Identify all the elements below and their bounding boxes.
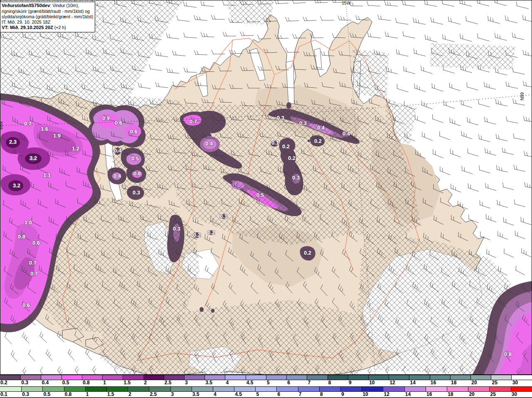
rain-scale-tick: 0.5 (43, 392, 50, 397)
sleet-scale-cell (0, 375, 20, 380)
sleet-scale-tick: 2.5 (165, 380, 172, 386)
rain-scale-cell (383, 387, 404, 391)
rain-scale-tick: 20 (469, 392, 474, 397)
sleet-scale-cell (123, 375, 143, 380)
rain-scale-cell (234, 387, 255, 391)
colorbar-sleet-snow-ticks: 0.20.30.40.50.811.522.533.544.5567891012… (0, 380, 532, 386)
rain-scale-tick: 2 (128, 392, 131, 397)
sleet-scale-tick: 0.2 (0, 380, 7, 386)
precip-value-label: 1.0 (25, 219, 32, 226)
colorbar-panel: 0.20.30.40.50.811.522.533.544.5567891012… (0, 375, 532, 398)
rain-scale-tick: 3.5 (192, 392, 200, 397)
precip-value-label: 0.3 (299, 120, 307, 126)
sleet-scale-cell (204, 375, 225, 380)
rain-scale-cell (64, 387, 85, 391)
precip-value-label: 0.4 (317, 125, 325, 131)
rain-scale-cell (340, 387, 362, 391)
rain-scale-cell (276, 387, 298, 391)
precip-value-label: 0.3 (277, 115, 284, 121)
precip-value-label: 0.7 (29, 260, 37, 266)
rain-scale-tick: 25 (490, 392, 496, 397)
sleet-scale-tick: 16 (431, 380, 436, 386)
rain-scale-tick: 9 (341, 392, 344, 397)
precip-value-label: 3.2 (13, 182, 20, 189)
sleet-scale-cell (164, 375, 184, 380)
rain-scale-cell (489, 387, 510, 391)
rain-scale-cell (213, 387, 234, 391)
sleet-scale-cell (450, 375, 470, 380)
precip-value-label: 3.2 (30, 155, 37, 161)
rain-scale-cell (0, 387, 21, 391)
rain-scale-cell (468, 387, 489, 391)
sleet-scale-cell (430, 375, 450, 380)
rain-scale-cell (511, 387, 532, 391)
rain-scale-tick: 4 (214, 392, 217, 397)
precip-value-label: 0.4 (342, 130, 350, 137)
model-name: Veðurstofan/IS750dev (2, 3, 50, 8)
sleet-scale-tick: 0.4 (42, 380, 49, 386)
sleet-scale-cell (225, 375, 245, 380)
rain-scale-tick: 12 (384, 392, 389, 397)
forecast-title-box: Veðurstofan/IS750dev: Vindur (10m), rign… (0, 2, 95, 32)
title-line-2: rigning/skúrir (grænt/blátt/rautt - mm/1… (2, 9, 93, 14)
sleet-scale-tick: 1 (103, 380, 106, 386)
sleet-scale-tick: 6 (287, 380, 290, 386)
sleet-scale-tick: 10 (369, 380, 374, 386)
meridian-15w-label: 15W (342, 0, 351, 5)
precip-value-label: 0.6 (22, 302, 30, 308)
rain-scale-cell (404, 387, 426, 391)
title-line-3: slydda/snjókoma (grátt/bleikt/grænt - mm… (2, 14, 93, 20)
precip-value-label: 0.2 (314, 138, 322, 144)
sleet-scale-cell (511, 375, 532, 380)
sleet-scale-cell (62, 375, 82, 380)
sleet-scale-cell (143, 375, 164, 380)
sleet-scale-tick: 0.3 (21, 380, 28, 386)
precip-value-label: 0.5 (256, 192, 264, 198)
precip-value-label: 0.8 (133, 170, 141, 177)
sleet-scale-cell (389, 375, 409, 380)
sleet-scale-cell (286, 375, 307, 380)
hatch-region (352, 49, 389, 98)
sleet-scale-cell (307, 375, 327, 380)
rain-scale-tick: 18 (448, 392, 453, 397)
precip-value-label: 0.4 (205, 140, 213, 147)
sleet-scale-cell (246, 375, 266, 380)
rain-scale-cell (319, 387, 340, 391)
sleet-scale-cell (41, 375, 61, 380)
precip-value-label: 0.6 (115, 120, 122, 126)
sleet-scale-tick: 18 (451, 380, 456, 386)
sleet-scale-tick: 20 (471, 380, 477, 386)
precip-value-label: 1.9 (53, 133, 61, 139)
precip-value-label: 0.7 (24, 120, 32, 127)
precip-value-label: 0.6 (32, 240, 40, 246)
weather-map-app: 15W66N66N0.71.61.92.33.21.21.13.21.00.80… (0, 0, 532, 398)
map-svg: 15W66N66N0.71.61.92.33.21.21.13.21.00.80… (0, 0, 532, 375)
sleet-scale-tick: 1.5 (123, 380, 131, 386)
precip-value-label: 0.4 (113, 173, 121, 179)
rain-scale-tick: 0.3 (22, 392, 29, 397)
latitude-66n-label-right: 66N (520, 92, 525, 100)
sleet-scale-cell (348, 375, 368, 380)
sleet-scale-tick: 14 (410, 380, 416, 386)
rain-scale-tick: 16 (426, 392, 432, 397)
sleet-scale-cell (491, 375, 511, 380)
precip-value-label: 0.2 (288, 155, 296, 161)
sleet-scale-tick: 3.5 (205, 380, 212, 386)
sleet-scale-cell (184, 375, 204, 380)
rain-scale-cell (21, 387, 42, 391)
sleet-scale-tick: 25 (492, 380, 498, 386)
rain-scale-tick: 8 (320, 392, 323, 397)
precip-value-label: 1.2 (72, 145, 79, 152)
precip-value-label: 0.6 (130, 128, 138, 135)
rain-scale-tick: 2.5 (150, 392, 157, 397)
sleet-scale-cell (328, 375, 348, 380)
rain-scale-tick: 10 (362, 392, 368, 397)
init-time: IT: Mið. 29. 10. 2025 18Z (2, 20, 93, 25)
precip-value-label: 1.1 (43, 172, 51, 178)
rain-scale-tick: 0.8 (65, 392, 72, 397)
precip-value-label: 0.8 (504, 351, 512, 357)
sleet-scale-cell (82, 375, 102, 380)
precip-value-label: 0.7 (190, 118, 197, 125)
sleet-scale-tick: 30 (512, 380, 518, 386)
sleet-scale-cell (20, 375, 41, 380)
